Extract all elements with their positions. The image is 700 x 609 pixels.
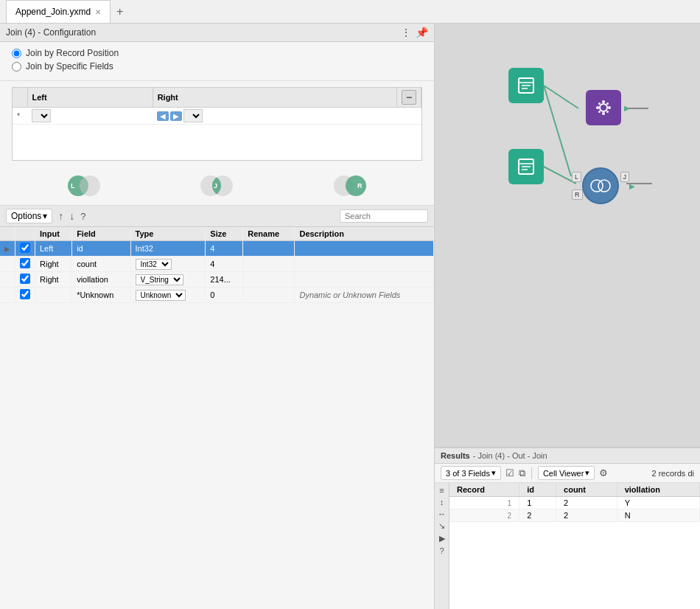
col-field-header: Field	[72, 227, 130, 241]
join-options: Join by Record Position Join by Specific…	[0, 42, 434, 81]
node-1[interactable]	[508, 68, 544, 103]
join-fields-table: Left Right − *	[13, 88, 421, 125]
side-icon-6[interactable]: ?	[439, 546, 444, 555]
row-checkbox[interactable]	[20, 243, 30, 253]
results-panel: Results - Join (4) - Out - Join 3 of 3 F…	[435, 447, 700, 609]
join-arrow-buttons: ◀ ▶	[157, 109, 392, 122]
col-input-header: Input	[35, 227, 72, 241]
svg-line-12	[544, 86, 571, 176]
output-fields-table: Input Field Type Size Rename Description…	[0, 227, 434, 303]
check-icon-button[interactable]: ☑	[505, 467, 514, 478]
search-input[interactable]	[340, 209, 428, 223]
row-field: *Unknown	[72, 288, 130, 303]
side-icon-5[interactable]: ▶	[439, 534, 445, 543]
cell-count-2: 2	[556, 509, 617, 522]
venn-join[interactable]: J	[197, 173, 236, 199]
row-size: 4	[206, 257, 243, 272]
panel-title: Join (4) - Configuration	[6, 27, 96, 38]
side-icon-2[interactable]: ↕	[440, 498, 444, 507]
fields-count-dropdown[interactable]: 3 of 3 Fields ▾	[441, 466, 501, 480]
panel-header: Join (4) - Configuration ⋮ 📌	[0, 24, 434, 42]
row-checkbox[interactable]	[20, 274, 30, 284]
results-toolbar: 3 of 3 Fields ▾ ☑ ⧉ Cell Viewer ▾ ⚙ 2 re…	[435, 464, 700, 483]
node-4[interactable]: L R J ▶	[582, 167, 619, 204]
fields-count-label: 3 of 3 Fields	[446, 469, 490, 478]
venn-section: L J R	[0, 167, 434, 206]
side-icon-1[interactable]: ≡	[439, 486, 444, 495]
svg-text:L: L	[71, 182, 75, 189]
cell-viewer-dropdown[interactable]: Cell Viewer ▾	[538, 466, 595, 480]
join-right-field-cell: ◀ ▶	[153, 108, 396, 125]
copy-icon-button[interactable]: ⧉	[519, 467, 525, 479]
sort-up-button[interactable]: ↑	[58, 210, 63, 222]
join-right-arrow[interactable]: ▶	[170, 111, 182, 121]
row-type-select[interactable]: V_String	[136, 274, 183, 285]
records-count: 2 records di	[652, 469, 694, 478]
side-icon-3[interactable]: ↔	[438, 509, 446, 518]
canvas-area[interactable]: ▶	[435, 24, 700, 447]
col-id-header: id	[519, 483, 556, 497]
join-record-position-radio[interactable]	[12, 49, 21, 58]
row-type: Int32	[130, 257, 206, 272]
panel-actions: ⋮ 📌	[401, 27, 428, 38]
cell-record-2: 2	[449, 509, 519, 522]
row-checkbox[interactable]	[20, 289, 30, 299]
tab-bar: Append_Join.yxmd ✕ +	[0, 0, 700, 24]
row-type-select[interactable]: Int32	[136, 259, 172, 270]
node-2[interactable]: ▶	[586, 90, 621, 125]
row-checkbox[interactable]	[20, 258, 30, 268]
col-description-header: Description	[295, 227, 434, 241]
panel-pin-icon[interactable]: 📌	[416, 27, 428, 38]
svg-point-23	[596, 106, 599, 109]
svg-point-33	[591, 180, 603, 192]
tab-close-icon[interactable]: ✕	[95, 8, 101, 16]
sort-down-button[interactable]: ↓	[69, 210, 74, 222]
data-row-2: 2 2 2 N	[449, 509, 700, 522]
main-layout: Join (4) - Configuration ⋮ 📌 Join by Rec…	[0, 24, 700, 609]
row-size: 0	[206, 288, 243, 303]
remove-field-button[interactable]: −	[402, 90, 416, 105]
join-left-header: Left	[27, 88, 153, 108]
join-right-select[interactable]	[183, 109, 203, 122]
cell-count-1: 2	[556, 497, 617, 509]
results-subtitle: - Join (4) - Out - Join	[473, 451, 547, 460]
row-type-select[interactable]: Unknown	[136, 290, 186, 301]
results-table: Record id count viollation 1 1 2	[449, 483, 700, 522]
node-teal-box-2	[508, 149, 544, 184]
side-icon-4[interactable]: ↘	[438, 521, 445, 531]
cell-viewer-chevron-icon: ▾	[585, 468, 589, 478]
panel-menu-icon[interactable]: ⋮	[401, 27, 411, 38]
cell-record-1: 1	[449, 497, 519, 509]
tab-label: Append_Join.yxmd	[15, 7, 91, 17]
col-expand-header	[0, 227, 15, 241]
join-fields-section: Left Right − *	[0, 81, 434, 167]
table-row: *Unknown Unknown 0 Dynamic or Unknown Fi…	[0, 288, 434, 303]
filter-icon-button[interactable]: ⚙	[599, 467, 608, 478]
row-field: viollation	[72, 272, 130, 288]
col-viollation-header: viollation	[617, 483, 699, 497]
join-left-select[interactable]	[32, 109, 51, 122]
tab-add-button[interactable]: +	[111, 5, 129, 18]
options-dropdown[interactable]: Options ▾	[6, 209, 52, 223]
join-left-arrow[interactable]: ◀	[157, 111, 169, 121]
svg-point-20	[600, 104, 607, 111]
cell-viewer-label: Cell Viewer	[543, 469, 584, 478]
left-panel: Join (4) - Configuration ⋮ 📌 Join by Rec…	[0, 24, 435, 609]
join-specific-fields-radio[interactable]	[12, 62, 21, 72]
svg-line-11	[544, 86, 578, 108]
table-row: ▶ Left id Int32 4	[0, 241, 434, 257]
tab-append-join[interactable]: Append_Join.yxmd ✕	[6, 0, 111, 23]
join-right-header: Right	[153, 88, 396, 108]
data-row-1: 1 1 2 Y	[449, 497, 700, 509]
help-button[interactable]: ?	[80, 211, 85, 222]
col-record-header: Record	[449, 483, 519, 497]
row-description: Dynamic or Unknown Fields	[295, 288, 434, 303]
join-option-2-row: Join by Specific Fields	[12, 61, 422, 72]
row-field: id	[72, 241, 130, 257]
join-specific-fields-label: Join by Specific Fields	[26, 61, 113, 72]
join-field-row: * ◀ ▶	[13, 108, 421, 125]
venn-left[interactable]: L	[65, 173, 103, 199]
svg-point-1	[80, 175, 100, 196]
node-3[interactable]	[508, 149, 544, 184]
venn-right[interactable]: R	[331, 173, 369, 199]
